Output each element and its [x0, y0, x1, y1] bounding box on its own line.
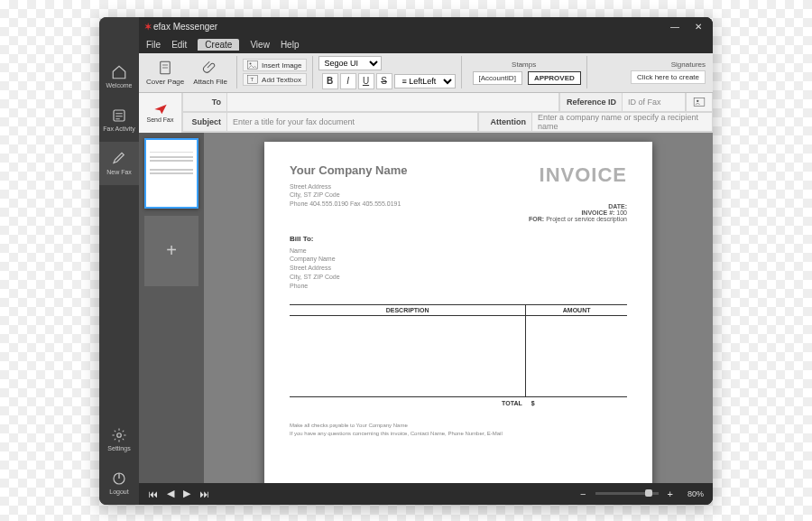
nav-settings[interactable]: Settings: [99, 418, 139, 461]
svg-point-12: [697, 99, 698, 101]
stamp-approved[interactable]: APPROVED: [528, 71, 581, 85]
nav-fax-activity[interactable]: Fax Activity: [99, 98, 139, 142]
footer-note-2: If you have any questions concerning thi…: [290, 430, 627, 437]
stamps-section-label: Stamps: [512, 60, 536, 69]
power-icon: [111, 470, 127, 487]
invoice-line-items-table: DESCRIPTION AMOUNT TOTAL $: [290, 304, 627, 409]
zoom-in-button[interactable]: +: [668, 488, 673, 499]
invoice-title: INVOICE: [504, 163, 627, 187]
cover-page-icon: [157, 60, 173, 76]
subject-input[interactable]: Enter a title for your fax document: [227, 113, 478, 132]
bill-company: Company Name: [290, 255, 627, 264]
attention-input[interactable]: Enter a company name or specify a recipi…: [532, 113, 713, 132]
page-thumbnails: +: [139, 133, 204, 483]
total-value: $: [526, 397, 627, 410]
nav-fax-activity-label: Fax Activity: [103, 126, 134, 132]
window-minimize-button[interactable]: —: [666, 22, 684, 32]
page-thumbnail-1[interactable]: [144, 138, 198, 209]
add-page-button[interactable]: +: [144, 216, 198, 286]
to-label: To: [182, 93, 227, 112]
underline-button[interactable]: U: [358, 73, 374, 89]
ribbon-toolbar: Cover Page Attach File Insert Image T Ad…: [139, 53, 713, 93]
bill-name: Name: [290, 247, 627, 256]
workspace: + Your Company Name Street Address City,…: [139, 133, 713, 483]
to-input[interactable]: [227, 93, 559, 112]
stamp-accountid[interactable]: [AccountID]: [473, 71, 522, 85]
send-icon: [153, 103, 168, 116]
textbox-icon: T: [247, 75, 258, 84]
cover-page-button[interactable]: Cover Page: [143, 58, 188, 88]
nav-logout-label: Logout: [109, 488, 128, 495]
strike-button[interactable]: S: [376, 73, 392, 89]
footer-note-1: Make all checks payable to Your Company …: [290, 422, 627, 429]
nav-welcome[interactable]: Welcome: [99, 55, 139, 98]
menu-view[interactable]: View: [250, 40, 270, 50]
svg-rect-11: [694, 98, 705, 106]
subject-label: Subject: [182, 113, 227, 132]
nav-new-fax-label: New Fax: [106, 169, 132, 175]
bill-phone: Phone: [290, 282, 627, 291]
zoom-percentage: 80%: [687, 489, 704, 498]
company-address-1: Street Address: [290, 182, 408, 191]
home-icon: [111, 64, 127, 80]
zoom-slider[interactable]: [595, 492, 659, 495]
gear-icon: [111, 427, 127, 443]
svg-point-8: [250, 63, 252, 65]
bill-address-1: Street Address: [290, 264, 627, 273]
font-family-select[interactable]: Segoe UI: [318, 56, 382, 70]
company-name: Your Company Name: [290, 163, 408, 177]
signatures-section-label: Signatures: [671, 60, 706, 69]
new-fax-icon: [111, 151, 127, 167]
company-address-2: City, ST ZIP Code: [290, 191, 408, 200]
window-close-button[interactable]: ✕: [689, 22, 707, 32]
titlebar: ✶ efax Messenger — ✕: [139, 17, 713, 37]
reference-id-input[interactable]: ID of Fax: [623, 93, 686, 112]
insert-image-button[interactable]: Insert Image: [243, 59, 306, 71]
nav-settings-label: Settings: [107, 445, 130, 451]
invoice-page: Your Company Name Street Address City, S…: [264, 142, 652, 483]
fax-activity-icon: [111, 107, 127, 124]
company-phone-line: Phone 404.555.0190 Fax 405.555.0191: [290, 200, 408, 209]
status-bar: ⏮ ◀ ▶ ⏭ − + 80%: [139, 483, 713, 505]
create-signature-button[interactable]: Click here to create: [631, 70, 706, 84]
nav-welcome-label: Welcome: [106, 82, 132, 88]
svg-text:T: T: [251, 77, 254, 82]
address-book-button[interactable]: [686, 93, 713, 112]
attach-file-button[interactable]: Attach File: [189, 58, 231, 88]
menu-create[interactable]: Create: [198, 39, 239, 51]
bold-button[interactable]: B: [322, 73, 338, 89]
app-title: efax Messenger: [153, 22, 217, 32]
nav-last-page[interactable]: ⏭: [199, 488, 209, 499]
main-area: ✶ efax Messenger — ✕ File Edit Create Vi…: [139, 17, 713, 505]
menu-help[interactable]: Help: [281, 40, 300, 50]
col-amount: AMOUNT: [526, 305, 627, 316]
nav-logout[interactable]: Logout: [99, 461, 139, 505]
menu-bar: File Edit Create View Help: [139, 37, 713, 53]
reference-id-label: Reference ID: [559, 93, 623, 112]
bill-to-label: Bill To:: [290, 235, 627, 243]
add-textbox-button[interactable]: T Add Textbox: [243, 73, 306, 86]
nav-next-page[interactable]: ▶: [183, 488, 190, 499]
document-viewport[interactable]: Your Company Name Street Address City, S…: [204, 133, 713, 483]
nav-prev-page[interactable]: ◀: [167, 488, 174, 499]
left-navigation-rail: Welcome Fax Activity New Fax Settings Lo…: [99, 17, 139, 505]
total-label: TOTAL: [290, 397, 526, 410]
send-fax-button[interactable]: Send Fax: [139, 93, 182, 133]
bill-address-2: City, ST ZIP Code: [290, 273, 627, 282]
image-icon: [247, 60, 258, 70]
zoom-out-button[interactable]: −: [580, 488, 586, 499]
address-book-icon: [693, 97, 706, 107]
italic-button[interactable]: I: [340, 73, 356, 89]
menu-edit[interactable]: Edit: [171, 40, 187, 50]
attach-icon: [202, 60, 218, 76]
align-select[interactable]: ≡ LeftLeft: [394, 74, 456, 88]
svg-point-1: [117, 433, 122, 438]
menu-file[interactable]: File: [146, 40, 161, 50]
col-description: DESCRIPTION: [290, 305, 526, 316]
nav-first-page[interactable]: ⏮: [148, 488, 158, 499]
attention-label: Attention: [478, 113, 532, 132]
app-window: Welcome Fax Activity New Fax Settings Lo…: [99, 17, 713, 505]
nav-new-fax[interactable]: New Fax: [99, 142, 139, 185]
